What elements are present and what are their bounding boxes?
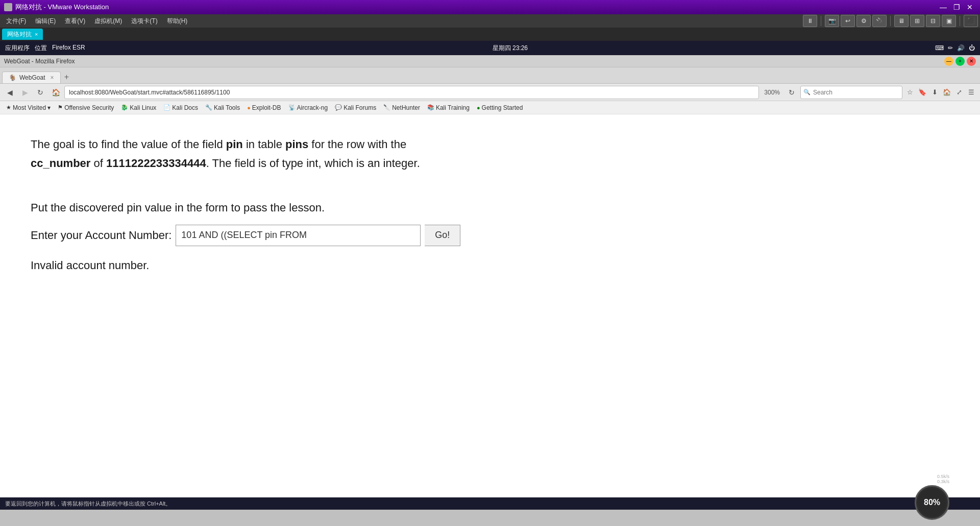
kali-training-icon: 📚 — [427, 104, 434, 111]
most-visited-label: Most Visited — [13, 104, 46, 111]
vm-tab[interactable]: 网络对抗 × — [2, 29, 43, 40]
firefox-titlebar: WebGoat - Mozilla Firefox — + ✕ — [0, 55, 980, 67]
firefox-tab-webgoat[interactable]: 🐐 WebGoat × — [2, 71, 61, 83]
toolbar-full-btn[interactable]: ⬛ — [964, 15, 978, 27]
vm-os: 应用程序 位置 Firefox ESR 星期四 23:26 ⌨ ✏ 🔊 ⏻ We… — [0, 41, 980, 510]
bookmark-offensive-security[interactable]: ⚑ Offensive Security — [55, 103, 117, 112]
goal-text-1: The goal is to find the value of the fie… — [31, 138, 226, 151]
vm-tabbar: 网络对抗 × — [0, 28, 980, 41]
toolbar-snapshot-btn[interactable]: 📷 — [825, 15, 839, 27]
vmware-titlebar: 网络对抗 - VMware Workstation — ❐ ✕ — [0, 0, 980, 14]
kali-linux-label: Kali Linux — [130, 104, 156, 111]
bookmark-aircrack-ng[interactable]: 📡 Aircrack-ng — [285, 103, 331, 112]
ff-minimize[interactable]: — — [944, 57, 953, 66]
account-number-input[interactable] — [176, 225, 421, 246]
os-statusbar: 要返回到您的计算机，请将鼠标指针从虚拟机中移出或按 Ctrl+Alt。 — [0, 497, 980, 510]
minimize-button[interactable]: — — [937, 1, 949, 13]
menu-tabs[interactable]: 选项卡(T) — [127, 16, 161, 27]
speedometer: 80% — [915, 485, 949, 520]
bookmark-kali-training[interactable]: 📚 Kali Training — [424, 103, 473, 112]
back-button[interactable]: ◀ — [3, 86, 16, 99]
menu-view[interactable]: 查看(V) — [61, 16, 89, 27]
toolbar-sep-1 — [821, 16, 821, 26]
bookmark-kali-linux[interactable]: 🐉 Kali Linux — [118, 103, 159, 112]
toolbar-restore-btn[interactable]: ↩ — [841, 15, 855, 27]
bookmark-most-visited[interactable]: ★ Most Visited ▾ — [3, 103, 54, 112]
toolbar-usb-btn[interactable]: 🔌 — [872, 15, 887, 27]
refresh-button[interactable]: ↻ — [34, 86, 47, 99]
most-visited-icon: ★ — [6, 104, 11, 111]
aircrack-ng-label: Aircrack-ng — [297, 104, 328, 111]
getting-started-label: Getting Started — [482, 104, 523, 111]
kali-forums-label: Kali Forums — [344, 104, 376, 111]
home-nav-button[interactable]: 🏠 — [941, 87, 952, 98]
form-label: Enter your Account Number: — [31, 226, 172, 244]
bookmark-star-button[interactable]: ☆ — [904, 87, 916, 98]
os-browser-menu[interactable]: Firefox ESR — [52, 44, 85, 53]
status-text: 要返回到您的计算机，请将鼠标指针从虚拟机中移出或按 Ctrl+Alt。 — [5, 500, 171, 508]
os-apps-menu[interactable]: 应用程序 — [5, 44, 30, 53]
os-topbar-left: 应用程序 位置 Firefox ESR — [5, 44, 85, 53]
firefox-tab-close[interactable]: × — [50, 74, 54, 81]
toolbar-sep-3 — [960, 16, 960, 26]
menu-help[interactable]: 帮助(H) — [163, 16, 192, 27]
download-speed: 0.3k/s — [903, 479, 949, 484]
exploit-db-label: Exploit-DB — [252, 104, 281, 111]
os-edit-icon: ✏ — [948, 44, 953, 52]
go-button[interactable]: Go! — [425, 225, 460, 246]
zoom-refresh-button[interactable]: ↻ — [785, 86, 798, 99]
download-button[interactable]: ⬇ — [929, 87, 940, 98]
vm-tab-close[interactable]: × — [35, 31, 38, 37]
bookmark-kali-tools[interactable]: 🔧 Kali Tools — [202, 103, 243, 112]
search-input[interactable] — [800, 86, 902, 99]
os-topbar: 应用程序 位置 Firefox ESR 星期四 23:26 ⌨ ✏ 🔊 ⏻ — [0, 41, 980, 55]
close-button[interactable]: ✕ — [964, 1, 976, 13]
aircrack-ng-icon: 📡 — [288, 104, 296, 111]
os-places-menu[interactable]: 位置 — [35, 44, 47, 53]
bookmark-kali-docs[interactable]: 📄 Kali Docs — [160, 103, 201, 112]
error-message: Invalid account number. — [31, 256, 949, 274]
kali-linux-icon: 🐉 — [121, 104, 128, 111]
menu-edit[interactable]: 编辑(E) — [31, 16, 60, 27]
offensive-security-icon: ⚑ — [58, 104, 63, 111]
offensive-security-label: Offensive Security — [64, 104, 114, 111]
getting-started-icon: ● — [477, 105, 480, 111]
ff-close[interactable]: ✕ — [967, 57, 976, 66]
menu-vm[interactable]: 虚拟机(M) — [90, 16, 126, 27]
address-bar[interactable] — [64, 86, 759, 99]
vm-tab-label: 网络对抗 — [7, 30, 32, 39]
kali-tools-icon: 🔧 — [205, 104, 212, 111]
bookmark-list-button[interactable]: 🔖 — [917, 87, 928, 98]
ff-maximize[interactable]: + — [955, 57, 965, 66]
goal-description: The goal is to find the value of the fie… — [31, 135, 949, 173]
toolbar-display-btn[interactable]: 🖥 — [894, 15, 909, 27]
page-content: The goal is to find the value of the fie… — [0, 114, 980, 497]
goal-cc-value-bold: 1111222233334444 — [106, 157, 206, 170]
toolbar-settings-btn[interactable]: ⚙ — [856, 15, 871, 27]
menu-file[interactable]: 文件(F) — [2, 16, 30, 27]
os-power-icon[interactable]: ⏻ — [969, 44, 975, 52]
upload-speed: 0.5k/s — [903, 474, 949, 479]
bookmark-nethunter[interactable]: 🔪 NetHunter — [380, 103, 423, 112]
bookmark-getting-started[interactable]: ● Getting Started — [474, 103, 526, 112]
toolbar-stretch-btn[interactable]: ⊞ — [910, 15, 924, 27]
forward-button[interactable]: ▶ — [18, 86, 32, 99]
search-container: 🔍 — [800, 86, 902, 99]
toolbar-pause-btn[interactable]: ⏸ — [803, 15, 817, 27]
toolbar-nostretch-btn[interactable]: ▣ — [942, 15, 956, 27]
maximize-button[interactable]: ❐ — [950, 1, 963, 13]
exploit-db-icon: ● — [247, 105, 251, 111]
bookmark-exploit-db[interactable]: ● Exploit-DB — [244, 103, 284, 112]
fullscreen-button[interactable]: ⤢ — [953, 87, 965, 98]
home-button[interactable]: 🏠 — [49, 86, 62, 99]
vmware-icon — [4, 3, 12, 11]
vmware-title: 网络对抗 - VMware Workstation — [15, 3, 109, 12]
account-form-row: Enter your Account Number: Go! — [31, 225, 949, 246]
kali-docs-label: Kali Docs — [172, 104, 198, 111]
menu-button[interactable]: ☰ — [966, 87, 977, 98]
bookmark-kali-forums[interactable]: 💬 Kali Forums — [332, 103, 379, 112]
zoom-indicator: 300% — [761, 89, 783, 96]
toolbar-fit-btn[interactable]: ⊟ — [926, 15, 940, 27]
new-tab-button[interactable]: + — [61, 71, 73, 83]
vm-area: 网络对抗 × 应用程序 位置 Firefox ESR 星期四 23:26 ⌨ ✏… — [0, 28, 980, 510]
